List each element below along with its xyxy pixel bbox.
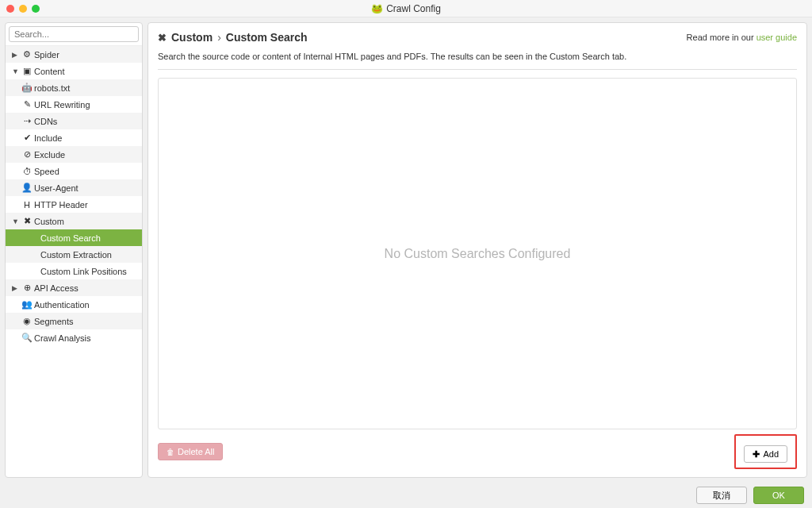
sidebar-item-segments[interactable]: ◉Segments	[6, 313, 142, 329]
search-input[interactable]	[9, 26, 139, 42]
sidebar-item-custom-search[interactable]: Custom Search	[6, 229, 142, 246]
include-icon: ✔	[21, 133, 33, 143]
sidebar-item-robots-txt[interactable]: 🤖robots.txt	[6, 79, 142, 96]
trash-icon: 🗑	[167, 448, 174, 456]
sidebar-item-label: CDNs	[34, 117, 57, 126]
speed-icon: ⏱	[21, 167, 33, 176]
authentication-icon: 👥	[21, 299, 33, 310]
sidebar-tree: ▶⚙Spider▼▣Content🤖robots.txt✎URL Rewriti…	[6, 46, 142, 477]
sidebar-item-spider[interactable]: ▶⚙Spider	[6, 46, 142, 63]
readmore: Read more in our user guide	[687, 33, 797, 42]
sidebar-item-speed[interactable]: ⏱Speed	[6, 163, 142, 179]
ok-button[interactable]: OK	[753, 487, 804, 504]
add-button[interactable]: ✚Add	[744, 445, 787, 463]
user-guide-link[interactable]: user guide	[756, 33, 797, 42]
search-list-panel: No Custom Searches Configured	[158, 78, 797, 429]
delete-all-button[interactable]: 🗑Delete All	[158, 443, 223, 460]
sidebar-item-crawl-analysis[interactable]: 🔍Crawl Analysis	[6, 329, 142, 346]
breadcrumb-page: Custom Search	[226, 31, 308, 44]
cancel-button[interactable]: 取消	[696, 487, 747, 504]
minimize-icon[interactable]	[19, 5, 27, 13]
main-panel: ✖ Custom › Custom Search Read more in ou…	[147, 22, 807, 478]
sidebar-item-url-rewriting[interactable]: ✎URL Rewriting	[6, 96, 142, 113]
sidebar-item-label: Content	[34, 67, 65, 76]
dialog-footer: 取消 OK	[0, 483, 812, 508]
sidebar-item-cdns[interactable]: ⇢CDNs	[6, 113, 142, 129]
sidebar-item-include[interactable]: ✔Include	[6, 129, 142, 146]
page-description: Search the source code or content of Int…	[158, 52, 797, 61]
sidebar: ▶⚙Spider▼▣Content🤖robots.txt✎URL Rewriti…	[5, 22, 143, 478]
tools-icon: ✖	[158, 32, 167, 44]
cdns-icon: ⇢	[21, 116, 33, 126]
spider-icon: ⚙	[21, 49, 33, 60]
sidebar-item-label: Custom Search	[40, 233, 101, 243]
breadcrumb-section: Custom	[171, 31, 213, 44]
window-title: 🐸Crawl Config	[0, 3, 812, 14]
sidebar-item-label: Speed	[34, 167, 59, 176]
sidebar-item-label: URL Rewriting	[34, 100, 90, 110]
sidebar-item-label: Custom Link Positions	[40, 267, 127, 276]
add-highlight: ✚Add	[734, 434, 797, 469]
sidebar-item-http-header[interactable]: HHTTP Header	[6, 196, 142, 213]
sidebar-item-authentication[interactable]: 👥Authentication	[6, 296, 142, 313]
custom-icon: ✖	[21, 216, 33, 226]
plus-icon: ✚	[753, 449, 760, 460]
chevron-right-icon: ▶	[12, 51, 20, 59]
robots-txt-icon: 🤖	[21, 83, 33, 93]
window-controls	[0, 5, 40, 13]
sidebar-item-label: HTTP Header	[34, 200, 88, 210]
chevron-down-icon: ▼	[12, 67, 20, 75]
titlebar: 🐸Crawl Config	[0, 0, 812, 17]
sidebar-item-label: Include	[34, 133, 62, 143]
sidebar-item-content[interactable]: ▼▣Content	[6, 63, 142, 79]
zoom-icon[interactable]	[32, 5, 40, 13]
exclude-icon: ⊘	[21, 149, 33, 160]
breadcrumb: ✖ Custom › Custom Search	[158, 31, 308, 44]
sidebar-item-custom-extraction[interactable]: Custom Extraction	[6, 246, 142, 263]
chevron-down-icon: ▼	[12, 217, 20, 225]
http-header-icon: H	[21, 200, 33, 210]
sidebar-item-label: robots.txt	[34, 83, 70, 93]
crawl-analysis-icon: 🔍	[21, 333, 33, 343]
sidebar-item-api-access[interactable]: ▶⊕API Access	[6, 279, 142, 296]
app-icon: 🐸	[371, 3, 383, 14]
content-icon: ▣	[21, 66, 33, 76]
sidebar-item-custom-link-positions[interactable]: Custom Link Positions	[6, 263, 142, 279]
sidebar-item-label: Authentication	[34, 300, 90, 310]
user-agent-icon: 👤	[21, 183, 33, 193]
segments-icon: ◉	[21, 316, 33, 326]
sidebar-item-exclude[interactable]: ⊘Exclude	[6, 146, 142, 163]
sidebar-item-label: Segments	[34, 317, 74, 326]
sidebar-item-label: Custom Extraction	[40, 250, 112, 260]
sidebar-item-label: Custom	[34, 217, 64, 226]
sidebar-item-custom[interactable]: ▼✖Custom	[6, 213, 142, 229]
sidebar-item-label: Exclude	[34, 150, 65, 160]
close-icon[interactable]	[6, 5, 14, 13]
api-access-icon: ⊕	[21, 283, 33, 293]
sidebar-item-label: Spider	[34, 50, 59, 60]
chevron-right-icon: ▶	[12, 284, 20, 292]
sidebar-item-label: API Access	[34, 283, 79, 293]
url-rewriting-icon: ✎	[21, 99, 33, 110]
breadcrumb-separator: ›	[217, 31, 221, 44]
sidebar-item-label: Crawl Analysis	[34, 333, 91, 343]
sidebar-item-user-agent[interactable]: 👤User-Agent	[6, 179, 142, 196]
empty-state: No Custom Searches Configured	[385, 247, 571, 261]
sidebar-item-label: User-Agent	[34, 183, 79, 193]
